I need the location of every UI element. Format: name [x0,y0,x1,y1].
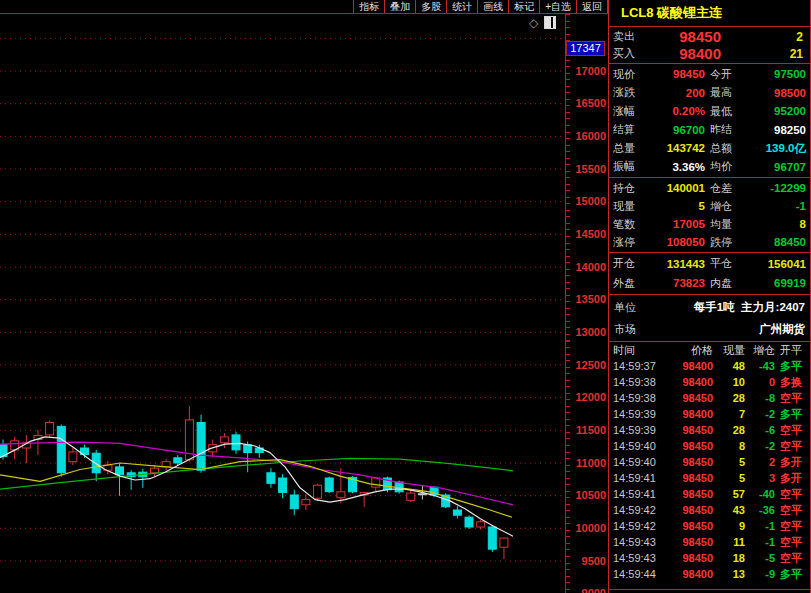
tape-volume: 11 [713,536,745,548]
split-window-icon[interactable] [544,16,556,29]
ask-row: 卖出 98450 2 [613,28,806,45]
y-axis-label: 11000 [568,457,606,470]
market-value: 广州期货 [759,322,805,337]
order-book: 卖出 98450 2 买入 98400 21 [609,27,810,64]
candle [139,469,147,488]
quote-row: 涨跌200最高98500 [609,85,810,100]
candle [290,490,298,516]
tape-price: 98450 [669,392,713,404]
field-value: 108050 [649,236,705,248]
field-value: 131443 [649,258,705,270]
position-row: 持仓140001仓差-12299 [609,181,810,196]
statistics-button[interactable]: 统计 [446,0,477,13]
tape-volume: 13 [713,568,745,580]
field-label: 振幅 [613,159,649,174]
tape-oi-change: -1 [745,520,775,532]
y-axis-label: 14000 [568,261,606,274]
field-label: 均价 [705,159,749,174]
tape-price: 98450 [669,504,713,516]
contract-info-section: 单位 每手1吨 主力月:2407 市场 广州期货 [609,295,810,342]
tape-open-close: 多换 [775,375,802,390]
field-label: 内盘 [705,276,749,291]
tape-header: 时间价格现量增仓开平 [609,342,810,358]
tape-open-close: 空平 [775,391,802,406]
field-label: 总量 [613,141,649,156]
field-label: 均量 [705,217,749,232]
field-value: -12299 [749,182,806,194]
tape-volume: 7 [713,408,745,420]
tape-row: 14:59:3898400100多换 [609,374,810,390]
overlay-button[interactable]: 叠加 [384,0,415,13]
tape-price: 98400 [669,568,713,580]
field-value: 140001 [649,182,705,194]
tape-oi-change: -5 [745,552,775,564]
tape-time: 14:59:40 [613,440,669,452]
add-watchlist-button[interactable]: +自选 [539,0,576,13]
multi-stock-button[interactable]: 多股 [415,0,446,13]
tape-time: 14:59:41 [613,488,669,500]
field-value: 98500 [749,87,806,99]
y-axis-label: 16500 [568,97,606,110]
y-axis-label: 14500 [568,228,606,241]
field-value: 8 [749,218,806,230]
draw-line-button[interactable]: 画线 [477,0,508,13]
tape-open-close: 空平 [775,423,802,438]
indicator-button[interactable]: 指标 [353,0,384,13]
mark-button[interactable]: 标记 [508,0,539,13]
y-axis: 1700016500160001550015000145001400013500… [565,14,609,593]
tape-time: 14:59:38 [613,392,669,404]
field-value: 96707 [749,161,806,173]
y-axis-label: 10000 [568,522,606,535]
unit-value: 每手1吨 主力月:2407 [694,300,805,315]
tape-time: 14:59:37 [613,360,669,372]
tape-oi-change: -1 [745,536,775,548]
candlestick-chart[interactable] [0,0,565,593]
field-label: 现量 [613,199,649,214]
tape-oi-change: 2 [745,456,775,468]
field-value: -1 [749,200,806,212]
field-value: 98450 [649,68,705,80]
market-label: 市场 [614,322,636,337]
contract-title: LCL8 碳酸锂主连 [609,0,810,27]
tape-price: 98450 [669,488,713,500]
y-axis-label: 12500 [568,359,606,372]
quote-row: 振幅3.36%均价96707 [609,159,810,174]
candle [465,515,473,529]
bid-price[interactable]: 98400 [653,45,721,62]
diamond-icon[interactable]: ◇ [529,17,538,29]
field-value: 17005 [649,218,705,230]
candle [453,506,461,518]
tape-time: 14:59:43 [613,536,669,548]
tape-body: 14:59:379840048-43多平14:59:3898400100多换14… [609,358,810,582]
tape-oi-change: -8 [745,392,775,404]
tape-row: 14:59:449840013-9多平 [609,566,810,582]
tape-volume: 8 [713,440,745,452]
openclose-section: 开仓131443平仓156041外盘73823内盘69919 [609,253,810,295]
y-axis-label: 13000 [568,326,606,339]
quote-row: 总量143742总额139.0亿 [609,141,810,156]
candle [22,435,30,463]
tape-price: 98400 [669,408,713,420]
back-button[interactable]: 返回 [576,0,608,13]
candle [325,477,333,493]
tape-header-cell: 时间 [613,343,669,358]
y-axis-label: 9500 [568,555,606,568]
tape-header-cell: 增仓 [745,343,775,358]
tape-row: 14:59:39984007-2多平 [609,406,810,422]
candle [488,525,496,552]
candle [337,468,345,503]
tape-row: 14:59:419845057-40空平 [609,486,810,502]
position-row: 笔数17005均量8 [609,217,810,232]
tape-oi-change: 0 [745,376,775,388]
tape-volume: 48 [713,360,745,372]
unit-row: 单位 每手1吨 主力月:2407 [614,300,805,315]
field-label: 涨跌 [613,85,649,100]
quote-row: 涨幅0.20%最低95200 [609,104,810,119]
tape-oi-change: 3 [745,472,775,484]
tape-oi-change: -43 [745,360,775,372]
tape-open-close: 空平 [775,519,802,534]
field-label: 开仓 [613,256,649,271]
openclose-row: 外盘73823内盘69919 [609,276,810,291]
tape-price: 98450 [669,520,713,532]
ask-price[interactable]: 98450 [653,28,721,45]
